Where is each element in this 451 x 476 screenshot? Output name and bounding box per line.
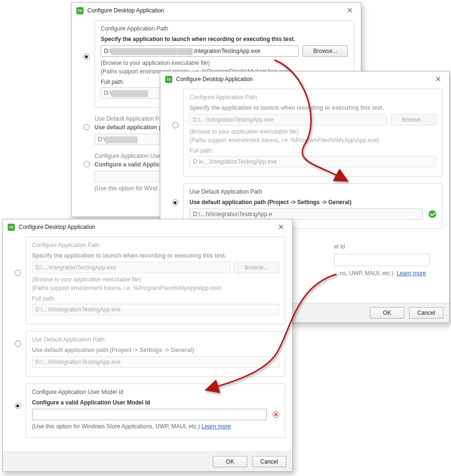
usermodel-explain: (Use this option for Windows Store Appli…	[32, 423, 279, 430]
radio-configure-path[interactable]	[84, 53, 90, 60]
radio-default-path[interactable]	[15, 341, 21, 347]
radio-user-model-id[interactable]	[84, 161, 90, 167]
error-icon	[273, 411, 279, 418]
user-model-id-input[interactable]	[32, 409, 267, 420]
user-model-id-input[interactable]	[334, 254, 430, 266]
application-path-input[interactable]: D:\…\IntegrationTestingApp.exe	[189, 114, 387, 125]
radio-configure-path[interactable]	[15, 270, 21, 276]
close-icon[interactable]	[274, 222, 288, 232]
section-title: Configure Application Path	[101, 25, 348, 32]
panel-user-model-id: Configure Application User Model Id Conf…	[26, 383, 285, 438]
radio-default-path[interactable]	[84, 124, 90, 130]
browse-button[interactable]: Browse...	[234, 262, 279, 273]
learn-more-link[interactable]: Learn more	[201, 423, 231, 430]
window-title: Configure Desktop Application	[19, 224, 95, 230]
default-path-value: D:\…hi\IntegrationTestingApp.e	[189, 208, 423, 220]
titlebar: TS Configure Desktop Application	[72, 3, 361, 16]
app-icon: TS	[165, 76, 172, 83]
full-path-value: D:\…hi\IntegrationTestingApp.exe	[32, 304, 279, 315]
browse-button[interactable]: Browse...	[391, 114, 436, 125]
app-icon: TS	[76, 7, 84, 14]
dialog-footer: OK Cancel	[3, 452, 292, 471]
close-icon[interactable]	[431, 74, 445, 84]
panel-configure-path: Configure Application Path Specify the a…	[26, 237, 285, 324]
check-icon	[429, 210, 436, 218]
radio-default-path[interactable]	[172, 199, 178, 206]
panel-default-path: Use Default Application Path Use default…	[26, 331, 285, 377]
cancel-button[interactable]: Cancel	[252, 456, 286, 467]
ok-button[interactable]: OK	[370, 307, 404, 319]
application-path-input[interactable]: D:\…\IntegrationTestingApp.exe	[32, 262, 230, 273]
default-path-value: D:\…hi\IntegrationTestingApp.exe	[32, 356, 279, 368]
app-icon: TS	[8, 224, 15, 231]
learn-more-link[interactable]: Learn more	[397, 270, 426, 277]
browse-button[interactable]: Browse...	[303, 45, 348, 57]
window-title: Configure Desktop Application	[87, 7, 164, 14]
full-path-value: D:\e…\IntegrationTestingApp.exe	[189, 156, 436, 167]
titlebar: TS Configure Desktop Application	[3, 219, 292, 233]
radio-configure-path[interactable]	[172, 122, 178, 128]
browse-help: (Browse to your application executable f…	[101, 60, 348, 66]
cancel-button[interactable]: Cancel	[409, 307, 443, 319]
application-path-input[interactable]: D:\████████████████████.IntegrationTesti…	[101, 45, 299, 57]
window-title: Configure Desktop Application	[176, 76, 253, 83]
close-icon[interactable]	[343, 6, 357, 15]
dialog-body: Configure Application Path Specify the a…	[3, 233, 292, 452]
ok-button[interactable]: OK	[213, 456, 247, 467]
titlebar: TS Configure Desktop Application	[160, 72, 449, 85]
section-help: Specify the application to launch when r…	[101, 36, 348, 42]
radio-user-model-id[interactable]	[15, 403, 21, 409]
dialog-3: TS Configure Desktop Application Configu…	[2, 219, 293, 472]
panel-configure-path: Configure Application Path Specify the a…	[183, 89, 442, 176]
